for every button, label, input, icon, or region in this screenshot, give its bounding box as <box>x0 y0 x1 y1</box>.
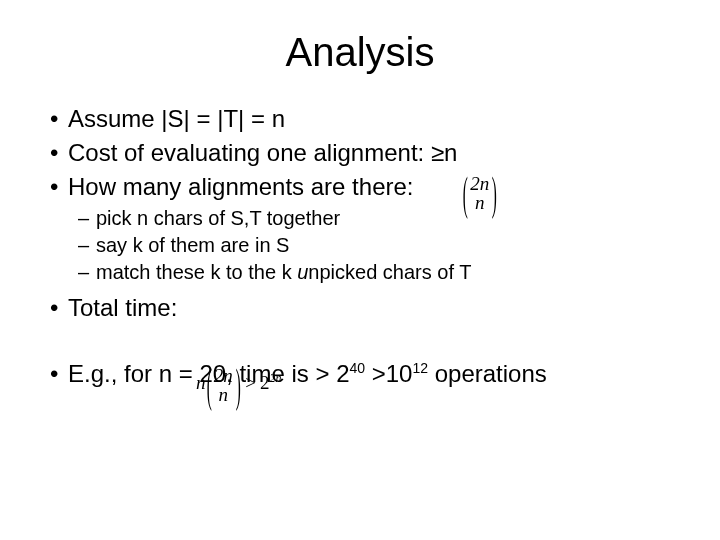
slide: Analysis Assume |S| = |T| = n Cost of ev… <box>0 0 720 540</box>
paren-right-icon: ) <box>492 170 497 216</box>
sub3-prefix: match these k to the k <box>96 261 297 283</box>
formula-base: 2 <box>260 372 270 393</box>
formula-binom-stack: 2nn <box>212 366 235 404</box>
eg-mid: >10 <box>365 360 412 387</box>
bullet-example: E.g., for n = 20, time is > 240 >1012 op… <box>50 360 670 388</box>
sub3-ital-u: u <box>297 261 308 283</box>
bullet-assume: Assume |S| = |T| = n <box>50 105 670 133</box>
sub3-suffix: npicked chars of T <box>308 261 471 283</box>
paren-left-icon: ( <box>206 362 211 408</box>
formula-binom-top: 2n <box>214 366 233 385</box>
binomial-2n-n: (2nn) <box>462 174 498 212</box>
formula-n: n <box>196 372 206 393</box>
formula-binom-bottom: n <box>214 385 233 404</box>
formula-total-time: n(2nn)>22n <box>196 366 281 404</box>
eg-sup1: 40 <box>349 360 365 376</box>
paren-left-icon: ( <box>463 170 468 216</box>
bullet-howmany: How many alignments are there: <box>50 173 670 201</box>
paren-right-icon: ) <box>235 362 240 408</box>
formula-exp: 2n <box>269 371 281 385</box>
formula-gt: > <box>241 372 260 393</box>
sub-bullet-pick: pick n chars of S,T together <box>78 207 670 230</box>
binom-top: 2n <box>470 174 489 193</box>
sub-bullet-list: pick n chars of S,T together say k of th… <box>78 207 670 284</box>
bullet-list: Assume |S| = |T| = n Cost of evaluating … <box>50 105 670 388</box>
eg-suffix: operations <box>428 360 547 387</box>
sub-bullet-match: match these k to the k unpicked chars of… <box>78 261 670 284</box>
sub-bullet-sayk: say k of them are in S <box>78 234 670 257</box>
binom-stack: 2nn <box>468 174 491 212</box>
eg-sup2: 12 <box>412 360 428 376</box>
binom-bottom: n <box>470 193 489 212</box>
bullet-total: Total time: <box>50 294 670 354</box>
formula-exp-var: n <box>275 371 281 385</box>
bullet-cost: Cost of evaluating one alignment: ≥n <box>50 139 670 167</box>
slide-title: Analysis <box>50 30 670 75</box>
